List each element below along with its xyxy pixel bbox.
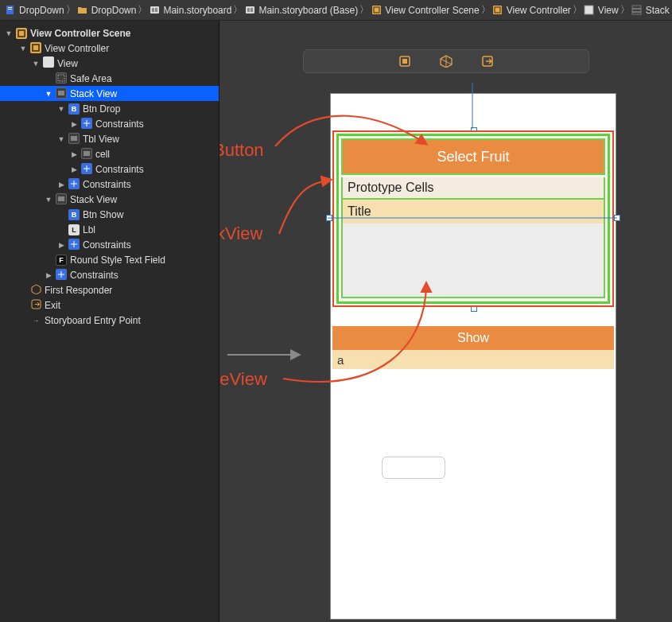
breadcrumb-item[interactable]: View — [582, 5, 620, 16]
outline-label: Safe Area — [70, 73, 216, 84]
outline-row[interactable]: ▶Constraints — [0, 161, 219, 177]
breadcrumb-item[interactable]: Main.storyboard (Base) — [243, 5, 359, 16]
outline-label: View — [57, 58, 216, 69]
breadcrumb-item[interactable]: Stack View — [630, 5, 672, 16]
stack-icon — [631, 5, 643, 16]
outline-row[interactable]: ▼Tbl View — [0, 131, 219, 146]
svg-rect-0 — [6, 6, 14, 14]
breadcrumb-label: Main.storyboard — [163, 5, 231, 16]
outline-label: Round Style Text Field — [70, 255, 216, 266]
scene-icon — [30, 42, 41, 54]
breadcrumb-label: DropDown — [19, 5, 64, 16]
svg-rect-2 — [8, 9, 12, 10]
svg-rect-8 — [251, 8, 253, 12]
outline-row[interactable]: ▼View — [0, 56, 219, 71]
breadcrumb-label: Main.storyboard (Base) — [258, 5, 358, 16]
outline-row[interactable]: ▶cell — [0, 146, 219, 161]
outline-row[interactable]: ▼Stack View — [0, 192, 219, 207]
outline-label: Constraints — [95, 119, 216, 130]
disclosure-triangle[interactable]: ▶ — [45, 271, 52, 279]
constr-icon — [81, 118, 92, 130]
outline-row[interactable]: →Storyboard Entry Point — [0, 313, 219, 328]
f-icon: F — [56, 254, 67, 266]
prototype-cell-title[interactable]: Title — [341, 200, 605, 224]
disclosure-triangle[interactable]: ▼ — [57, 135, 65, 143]
outline-row[interactable]: BBtn Show — [0, 207, 219, 222]
outline-label: Constraints — [83, 239, 216, 251]
b-icon: B — [68, 208, 80, 220]
breadcrumb-label: DropDown — [91, 5, 137, 16]
view-controller-canvas[interactable]: Select Fruit Prototype Cells Title Show — [331, 94, 616, 619]
breadcrumb-item[interactable]: DropDown — [3, 5, 66, 16]
breadcrumb-item[interactable]: View Controller Scene — [369, 5, 481, 16]
breadcrumb-item[interactable]: DropDown — [76, 5, 138, 16]
btn-drop-label: Select Fruit — [437, 149, 509, 165]
stack-view-2[interactable]: Show a — [332, 326, 614, 369]
stack-view-outer[interactable]: Select Fruit Prototype Cells Title — [332, 130, 614, 307]
outline-label: Constraints — [83, 179, 216, 190]
disclosure-triangle[interactable]: ▼ — [57, 105, 65, 113]
outline-header[interactable]: View Controller Scene — [30, 28, 216, 39]
disclosure-triangle[interactable]: ▼ — [5, 29, 13, 37]
disclosure-triangle[interactable]: ▼ — [45, 90, 52, 98]
disclosure-triangle[interactable]: ▶ — [70, 165, 78, 173]
file-blue-icon — [5, 5, 16, 16]
disclosure-triangle[interactable]: ▶ — [57, 181, 65, 189]
svg-rect-17 — [18, 30, 25, 37]
svg-marker-42 — [32, 285, 41, 294]
safe-icon — [56, 72, 67, 84]
disclosure-triangle[interactable]: ▼ — [19, 45, 27, 52]
outline-row[interactable]: ▼Stack View — [0, 86, 219, 101]
disclosure-triangle[interactable]: ▼ — [32, 60, 40, 68]
disclosure-triangle[interactable]: ▶ — [70, 120, 78, 128]
exit-icon[interactable] — [480, 54, 495, 68]
outline-row[interactable]: ▶Constraints — [0, 237, 219, 252]
disclosure-triangle[interactable]: ▶ — [57, 241, 65, 249]
table-view-body[interactable] — [341, 224, 605, 298]
outline-row[interactable]: Exit — [0, 297, 219, 313]
btn-drop[interactable]: Select Fruit — [341, 138, 605, 175]
stack-view-inner[interactable]: Select Fruit Prototype Cells Title — [336, 134, 610, 304]
outline-row[interactable]: ▶Constraints — [0, 267, 219, 282]
outline-label: Exit — [45, 300, 216, 311]
breadcrumb-label: Stack View — [646, 5, 672, 16]
lbl[interactable]: a — [332, 350, 614, 369]
breadcrumb-separator: 〉 — [359, 3, 369, 17]
svg-rect-6 — [246, 6, 254, 14]
disclosure-triangle[interactable]: ▼ — [45, 196, 52, 204]
svg-rect-3 — [150, 6, 159, 14]
cube-icon[interactable] — [439, 54, 453, 68]
view-icon — [584, 5, 595, 16]
round-style-text-field[interactable] — [382, 457, 445, 479]
outline-label: Storyboard Entry Point — [45, 315, 216, 326]
outline-row[interactable]: FRound Style Text Field — [0, 252, 219, 267]
breadcrumb: DropDown〉DropDown〉Main.storyboard〉Main.s… — [0, 0, 672, 21]
outline-row[interactable]: ▼View Controller — [0, 41, 219, 56]
breadcrumb-item[interactable]: View Controller — [491, 5, 573, 16]
btn-show[interactable]: Show — [332, 326, 614, 350]
scene-chip-icon[interactable] — [398, 54, 412, 68]
stack-icon — [56, 193, 67, 205]
outline-row[interactable]: ▶Constraints — [0, 116, 219, 131]
outline-label: Stack View — [70, 194, 216, 205]
outline-label: View Controller — [45, 43, 216, 54]
outline-row[interactable]: LLbl — [0, 222, 219, 237]
constr-icon — [56, 269, 67, 281]
stack-icon — [68, 133, 80, 145]
outline-row[interactable]: Safe Area — [0, 71, 219, 86]
l-icon: L — [68, 224, 80, 235]
resize-handle[interactable] — [614, 215, 620, 221]
resize-handle[interactable] — [326, 215, 332, 221]
outline-row[interactable]: ▶Constraints — [0, 177, 219, 192]
interface-builder-canvas[interactable]: Select Fruit Prototype Cells Title Show — [219, 21, 672, 622]
breadcrumb-item[interactable]: Main.storyboard — [147, 5, 233, 16]
outline-row[interactable]: ▼BBtn Drop — [0, 101, 219, 116]
disclosure-triangle[interactable]: ▶ — [70, 150, 78, 158]
scene-icon — [492, 5, 503, 16]
disclosure-triangle — [45, 75, 52, 83]
outline-row[interactable]: First Responder — [0, 282, 219, 297]
svg-rect-19 — [58, 75, 64, 81]
svg-rect-7 — [247, 8, 250, 12]
canvas-toolbar — [303, 49, 589, 73]
breadcrumb-label: View Controller — [507, 5, 571, 16]
